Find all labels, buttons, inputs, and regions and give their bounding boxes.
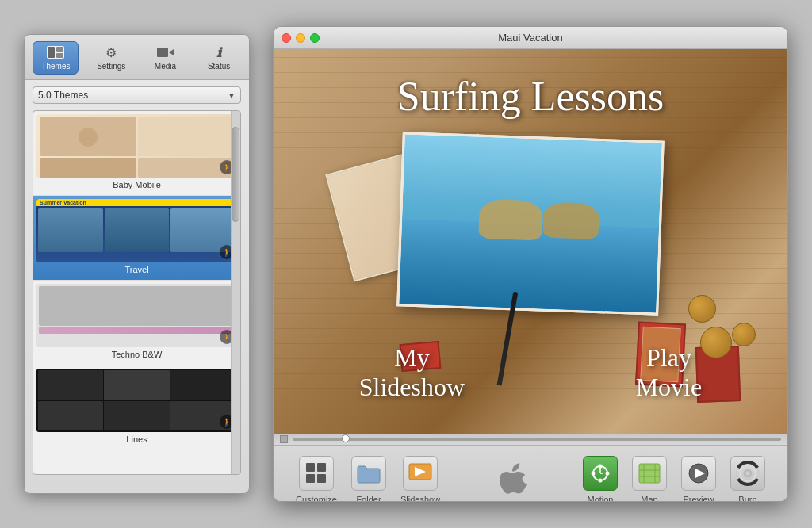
dvd-screen: Surfing Lessons MySlideshow PlayMovie [274,49,787,434]
folder-icon [351,456,386,491]
svg-rect-2 [56,47,63,52]
svg-point-15 [598,479,602,483]
themes-tab-label: Themes [41,62,70,71]
themes-scrollbar[interactable] [231,111,240,474]
theme-thumbnail-travel: Summer Vacation 🚶 [36,199,237,262]
progress-knob[interactable] [342,434,350,442]
preview-button[interactable]: Preview [675,451,722,502]
coin-2 [688,295,716,323]
theme-item-travel[interactable]: Summer Vacation 🚶 Travel [33,196,240,281]
window-title: Maui Vacation [498,32,562,44]
progress-bar [274,434,787,445]
motion-label: Motion [587,495,613,502]
status-tab-label: Status [208,62,230,71]
slideshow-icon [403,456,438,491]
themes-list-container: 🚶 Baby Mobile Summer Vacation 🚶 Travel [33,110,241,475]
right-toolbar-buttons: Motion Map [576,451,772,502]
svg-rect-6 [306,463,315,472]
progress-square-icon [280,435,288,443]
settings-tab[interactable]: ⚙ Settings [89,42,133,74]
theme-thumbnail-lines: 🚶 [36,369,237,432]
theme-item-techno-bw[interactable]: 🚶 Techno B&W [33,281,240,365]
theme-thumbnail-techno-bw: 🚶 [36,284,237,347]
themes-dropdown-row: 5.0 Themes ▼ [25,80,249,110]
chevron-down-icon: ▼ [228,91,236,100]
svg-rect-9 [317,474,326,483]
map-label: Map [641,495,657,502]
map-icon [632,456,667,491]
map-button[interactable]: Map [626,451,673,502]
techno-bw-label: Techno B&W [36,347,237,362]
left-toolbar-buttons: Customize Folder Slideshow [289,451,446,502]
minimize-button[interactable] [296,33,305,43]
svg-rect-4 [157,48,168,57]
themes-version-dropdown[interactable]: 5.0 Themes ▼ [33,86,241,104]
customize-label: Customize [296,495,337,502]
progress-track[interactable] [293,438,781,441]
customize-button[interactable]: Customize [289,451,343,502]
folder-label: Folder [356,495,381,502]
dropdown-label: 5.0 Themes [38,90,88,101]
svg-point-22 [745,470,751,476]
svg-point-16 [591,472,595,476]
panel-toolbar: Themes ⚙ Settings Media ℹ Status [25,35,249,80]
theme-item-lines[interactable]: 🚶 Lines [33,365,240,450]
dvd-main-title: Surfing Lessons [274,73,787,120]
folder-button[interactable]: Folder [345,451,393,502]
maximize-button[interactable] [310,33,320,43]
theme-thumbnail-baby-mobile: 🚶 [36,114,237,178]
close-button[interactable] [282,33,291,43]
travel-label: Travel [36,262,237,277]
svg-rect-1 [48,47,55,58]
burn-button[interactable]: Burn [724,451,772,502]
svg-marker-5 [169,49,174,55]
media-tab-label: Media [155,62,176,71]
my-slideshow-button[interactable]: MySlideshow [359,343,465,402]
titlebar: Maui Vacation [274,27,787,49]
burn-label: Burn [738,495,756,502]
settings-tab-icon: ⚙ [102,45,121,59]
svg-point-13 [598,465,602,469]
main-postcard [396,132,664,315]
theme-item-baby-mobile[interactable]: 🚶 Baby Mobile [33,111,240,196]
settings-tab-label: Settings [97,62,125,71]
svg-rect-7 [317,463,326,472]
window-controls [282,33,320,43]
dvd-menu-buttons: MySlideshow PlayMovie [274,343,787,402]
play-movie-button[interactable]: PlayMovie [636,343,703,402]
svg-rect-8 [306,474,315,483]
preview-icon [681,456,716,491]
motion-icon [583,456,618,491]
themes-tab-icon [46,45,65,59]
postcard-inner [399,134,661,312]
themes-panel: Themes ⚙ Settings Media ℹ Status [24,34,250,494]
media-tab[interactable]: Media [144,42,187,74]
themes-tab[interactable]: Themes [33,41,79,75]
baby-mobile-label: Baby Mobile [36,178,237,192]
svg-rect-17 [639,464,660,483]
scrollbar-thumb[interactable] [232,127,239,222]
apple-logo [496,461,527,499]
slideshow-label: Slideshow [400,495,440,502]
dvd-player-window: Maui Vacation [273,26,788,502]
svg-point-14 [605,472,609,476]
grid-icon [299,456,334,491]
media-tab-icon [155,45,174,59]
dvd-toolbar: Customize Folder Slideshow [274,445,787,502]
themes-list[interactable]: 🚶 Baby Mobile Summer Vacation 🚶 Travel [33,111,240,474]
status-tab[interactable]: ℹ Status [197,42,241,74]
status-tab-icon: ℹ [209,45,228,59]
svg-rect-3 [56,53,63,58]
burn-icon [730,456,765,491]
preview-label: Preview [683,495,714,502]
lines-label: Lines [36,432,237,446]
svg-point-21 [740,465,756,481]
motion-button[interactable]: Motion [576,451,624,502]
slideshow-button[interactable]: Slideshow [394,451,446,502]
